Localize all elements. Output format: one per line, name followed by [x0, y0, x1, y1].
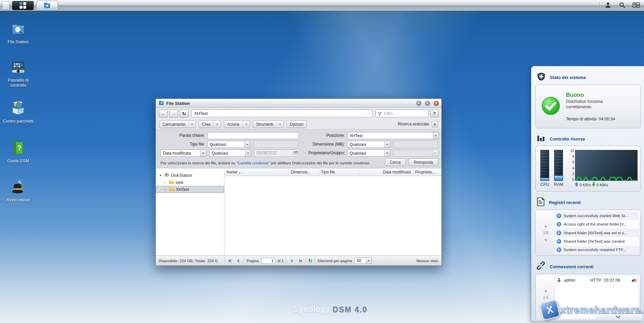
position-select[interactable]: XHTest	[347, 132, 439, 139]
upload-button[interactable]: Caricamento	[159, 120, 196, 128]
advanced-search-toggle[interactable]	[432, 121, 438, 127]
widget-title: Registri recenti	[549, 200, 581, 205]
tree-item-xhtest[interactable]: ▷ XHTest	[156, 186, 224, 193]
network-graph-yaxis: 1086420	[568, 150, 574, 181]
maximize-button[interactable]: +	[425, 101, 430, 106]
size-select[interactable]: Qualsiasi	[347, 141, 390, 148]
tree-item-diskstation[interactable]: ▼ DiskStation	[156, 172, 224, 179]
pager-down-icon[interactable]: ▼	[544, 238, 548, 242]
first-page-button[interactable]	[227, 258, 233, 264]
widgets-icon	[633, 2, 640, 9]
create-button[interactable]: Crea	[199, 120, 221, 128]
column-owner[interactable]: Proprieta...	[413, 168, 441, 176]
options-button[interactable]: Opzioni	[286, 120, 307, 128]
shield-icon	[537, 72, 546, 83]
page-label: Pagina	[247, 259, 259, 263]
shared-folder-link[interactable]: "Cartella condivisa"	[237, 161, 270, 165]
network-ytick: 2	[572, 173, 574, 175]
desktop-icon-package-center[interactable]: Centro pacchetti	[1, 100, 36, 124]
minimize-button[interactable]: •	[416, 101, 421, 106]
xtremehardware-watermark: X xtremehardware.it	[541, 301, 644, 319]
prev-page-button[interactable]	[236, 258, 242, 264]
favorite-star-icon[interactable]: ☆	[366, 111, 370, 116]
widgets-toggle-button[interactable]	[631, 1, 642, 10]
address-input[interactable]	[191, 110, 372, 117]
date-input: 03/29/2012	[254, 150, 299, 157]
tree-item-web[interactable]: ▷ web	[156, 179, 224, 186]
refresh-button[interactable]: ↻	[180, 110, 188, 118]
page-total: di 1	[278, 259, 284, 263]
tree-expander-icon[interactable]: ▼	[158, 174, 163, 177]
close-button[interactable]: ✕	[434, 101, 439, 106]
sort-asc-icon: ▲	[238, 171, 241, 174]
chevron-down-icon	[384, 141, 390, 148]
advanced-search-label: Ricerca avanzata	[398, 122, 429, 126]
window-title: File Station	[166, 101, 413, 106]
filter-box	[375, 110, 429, 117]
tools-button[interactable]: Strumenti	[253, 120, 284, 128]
reset-button[interactable]: Reimposta	[409, 158, 438, 166]
tree-expander-icon[interactable]: ▷	[163, 181, 167, 184]
back-button[interactable]: ←	[159, 110, 168, 118]
show-desktop-button[interactable]	[2, 1, 9, 10]
search-button[interactable]: Cerca	[385, 158, 406, 166]
taskbar-file-station-button[interactable]	[36, 1, 58, 10]
column-filetype[interactable]: Tipo file	[319, 168, 359, 176]
next-page-button[interactable]	[289, 258, 295, 264]
statusbar-separator	[224, 258, 225, 264]
per-page-select[interactable]: 50	[354, 257, 372, 264]
log-list: iSystem successfully started Web St... i…	[554, 211, 639, 254]
desktop-icon-control-panel[interactable]: Pannello di controllo	[1, 59, 36, 88]
user-icon	[557, 278, 561, 283]
window-titlebar[interactable]: File Station • + ✕	[156, 99, 441, 108]
filter-input[interactable]	[375, 110, 429, 117]
recent-logs-header: Registri recenti	[535, 196, 641, 210]
filter-funnel-icon	[378, 111, 382, 117]
pager-position: 1/1	[543, 295, 549, 300]
connection-protocol: HTTP	[590, 278, 601, 283]
system-status-header: Stato del sistema	[535, 71, 641, 85]
taskbar-separator	[599, 1, 600, 9]
owner-select[interactable]: Qualsiasi	[347, 150, 390, 157]
user-menu-button[interactable]	[602, 1, 614, 10]
column-size[interactable]: Dimensio...	[289, 168, 319, 176]
pager-up-icon[interactable]: ▲	[544, 224, 548, 228]
tree-expander-icon[interactable]: ▷	[164, 188, 168, 191]
usage-gauges: CPU RAM	[540, 150, 563, 191]
column-modified[interactable]: Data modificata	[359, 168, 413, 176]
chevron-down-icon	[244, 141, 250, 148]
desktop-icon-file-station[interactable]: File Station	[1, 21, 36, 45]
column-name[interactable]: Nome ▲	[224, 168, 289, 176]
last-page-button[interactable]	[297, 258, 303, 264]
help-button[interactable]: ?	[430, 110, 438, 117]
download-arrow-icon	[592, 182, 596, 187]
action-button[interactable]: Azione	[224, 120, 250, 128]
global-search-button[interactable]	[616, 1, 628, 10]
desktop-icon-label: Centro pacchetti	[3, 119, 33, 124]
date-op-select[interactable]: Qualsiasi	[209, 150, 251, 157]
toolbar: Caricamento Crea Azione Strumenti Opzion…	[156, 119, 441, 129]
list-refresh-button[interactable]: ↻	[308, 258, 313, 264]
network-ytick: 8	[572, 156, 574, 158]
network-ytick: 4	[572, 167, 574, 169]
pager-up-icon[interactable]: ▲	[544, 288, 548, 292]
date-field-select[interactable]: Data modificata	[160, 150, 206, 157]
chevron-down-icon	[433, 132, 438, 139]
main-menu-button[interactable]	[12, 1, 34, 10]
folder-icon	[169, 180, 174, 185]
desktop-icon-quick-start[interactable]: Avvio veloce	[1, 179, 36, 203]
keyword-input[interactable]	[207, 132, 299, 139]
synology-branding: SynologyDSM 4.0	[294, 305, 367, 314]
taskbar	[0, 0, 644, 11]
forward-button[interactable]: →	[169, 110, 178, 118]
list-body[interactable]	[224, 176, 441, 255]
connection-user: admin	[564, 278, 587, 283]
filetype-select[interactable]: Qualsiasi	[207, 141, 250, 148]
page-input[interactable]	[261, 258, 275, 264]
bar-chart-icon	[537, 134, 546, 144]
calendar-icon[interactable]	[292, 150, 298, 156]
desktop-icon-dsm-help[interactable]: ? Guida DSM	[1, 140, 36, 164]
control-panel-icon	[10, 59, 26, 77]
disconnect-icon[interactable]	[631, 278, 637, 283]
upload-arrow-icon	[575, 182, 578, 187]
